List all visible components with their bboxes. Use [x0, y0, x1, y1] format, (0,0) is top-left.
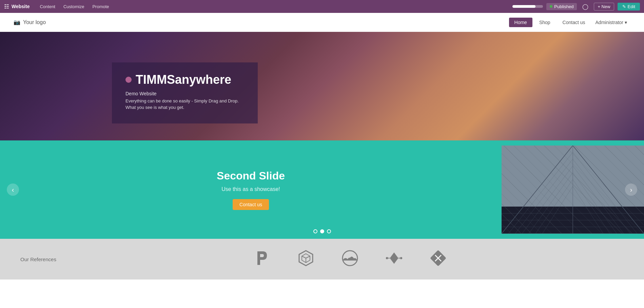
svg-marker-23	[390, 252, 398, 264]
nav-home[interactable]: Home	[509, 18, 532, 27]
svg-marker-2	[502, 146, 644, 234]
ref-logo-2	[297, 250, 314, 269]
svg-marker-3	[502, 146, 644, 234]
grid-icon: ☷	[4, 3, 9, 10]
references-section: Our References	[0, 239, 644, 280]
svg-rect-0	[502, 146, 644, 234]
building-image	[502, 146, 644, 234]
published-label: Published	[554, 4, 573, 9]
toolbar-nav-promote[interactable]: Promote	[89, 3, 112, 11]
published-badge[interactable]: Published	[546, 3, 577, 10]
reference-logos	[77, 250, 624, 269]
carousel-dots	[313, 229, 331, 233]
ref-logo-1	[253, 250, 270, 269]
edit-icon: ✎	[622, 4, 626, 9]
svg-point-24	[386, 257, 388, 259]
carousel-next-button[interactable]: ›	[625, 184, 637, 196]
slide2-title: Second Slide	[27, 170, 474, 182]
toolbar-nav-customize[interactable]: Customize	[60, 3, 87, 11]
carousel-prev-button[interactable]: ‹	[7, 184, 19, 196]
nav-contact[interactable]: Contact us	[557, 18, 591, 27]
logo-area: 📷 Your logo	[14, 19, 509, 25]
chevron-right-icon: ›	[630, 186, 632, 194]
carousel-dot-1[interactable]	[313, 229, 317, 233]
svg-rect-1	[502, 146, 644, 207]
carousel-dot-3[interactable]	[327, 229, 331, 233]
toolbar-nav: Content Customize Promote	[36, 3, 112, 11]
toolbar: ☷ Website Content Customize Promote Publ…	[0, 0, 644, 13]
svg-rect-16	[502, 146, 644, 234]
site-navbar: 📷 Your logo Home Shop Contact us Adminis…	[0, 13, 644, 32]
svg-point-27	[399, 257, 400, 258]
slide1-background	[0, 32, 644, 140]
svg-point-25	[400, 257, 403, 259]
slide1-desc2: What you see is what you get.	[125, 105, 244, 110]
svg-line-13	[502, 146, 573, 234]
mobile-icon[interactable]: ◯	[580, 2, 590, 11]
edit-button[interactable]: ✎ Edit	[618, 3, 640, 11]
nav-shop[interactable]: Shop	[534, 18, 556, 27]
chevron-left-icon: ‹	[12, 186, 14, 194]
svg-marker-9	[542, 186, 603, 234]
svg-point-26	[389, 257, 390, 258]
published-dot-icon	[550, 5, 552, 8]
ref-logo-4	[386, 250, 403, 269]
svg-marker-5	[515, 159, 630, 234]
new-label: + New	[598, 4, 610, 9]
new-button[interactable]: + New	[594, 3, 614, 11]
ref-logo-5	[430, 250, 447, 269]
admin-label: Administrator	[596, 20, 623, 25]
svg-line-20	[306, 256, 310, 258]
progress-bar-fill	[512, 5, 535, 8]
slide1-title: TIMMSanywhere	[136, 73, 231, 87]
slide1-title-row: TIMMSanywhere	[125, 73, 244, 87]
brand: ☷ Website	[4, 3, 30, 10]
progress-bar	[512, 5, 543, 8]
slide1-desc1: Everything can be done so easily - Simpl…	[125, 98, 244, 103]
camera-icon: 📷	[14, 19, 20, 25]
slide2-image	[502, 146, 644, 234]
logo-text: Your logo	[23, 19, 46, 25]
slide1-dot-icon	[125, 77, 132, 83]
contact-us-button[interactable]: Contact us	[233, 199, 269, 210]
site-menu: Home Shop Contact us Administrator ▾	[509, 18, 630, 27]
carousel-dot-2[interactable]	[320, 229, 324, 233]
toolbar-nav-content[interactable]: Content	[36, 3, 59, 11]
hero-slide-1: TIMMSanywhere Demo Website Everything ca…	[0, 32, 644, 140]
hero-slide-2: ‹ Second Slide Use this as a showcase! C…	[0, 140, 644, 239]
brand-label: Website	[12, 4, 30, 9]
edit-label: Edit	[628, 4, 635, 9]
slide2-subtitle: Use this as a showcase!	[27, 186, 474, 192]
svg-marker-6	[522, 166, 624, 234]
svg-marker-4	[508, 152, 637, 234]
contact-btn-label: Contact us	[239, 202, 262, 207]
slide1-subtitle: Demo Website	[125, 91, 244, 96]
svg-marker-8	[535, 179, 610, 234]
admin-dropdown[interactable]: Administrator ▾	[592, 18, 630, 27]
references-label: Our References	[20, 256, 56, 262]
slide2-content: Second Slide Use this as a showcase! Con…	[0, 149, 502, 230]
ref-logo-3	[341, 250, 358, 269]
svg-marker-7	[529, 173, 617, 234]
slide1-content-box: TIMMSanywhere Demo Website Everything ca…	[112, 62, 258, 123]
chevron-down-icon: ▾	[625, 20, 627, 25]
svg-line-19	[302, 256, 306, 258]
toolbar-right: Published ◯ + New ✎ Edit	[512, 2, 640, 11]
